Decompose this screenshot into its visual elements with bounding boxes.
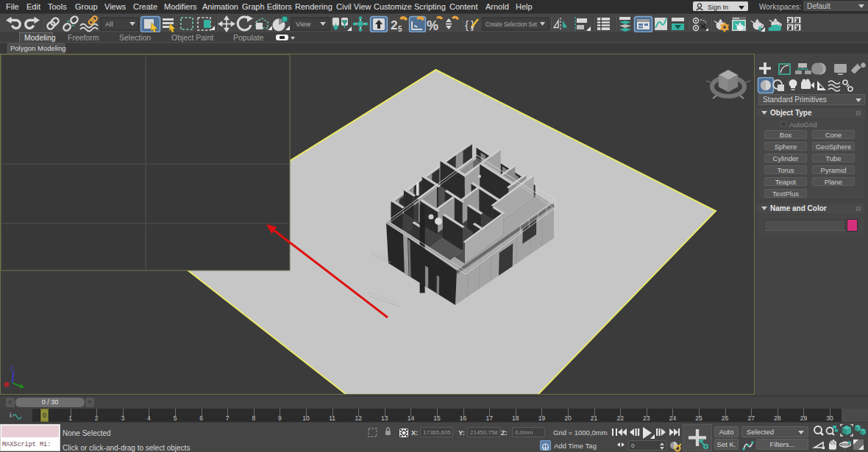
svg-text:All: All — [105, 20, 113, 28]
svg-text:Z: Z — [10, 365, 14, 371]
svg-text:Sign In: Sign In — [708, 4, 728, 11]
svg-text:%: % — [427, 18, 438, 33]
svg-text:View: View — [296, 20, 311, 28]
svg-text:i: i — [10, 412, 12, 419]
svg-text:Create Selection Set: Create Selection Set — [485, 21, 538, 28]
svg-text:2: 2 — [391, 18, 397, 32]
